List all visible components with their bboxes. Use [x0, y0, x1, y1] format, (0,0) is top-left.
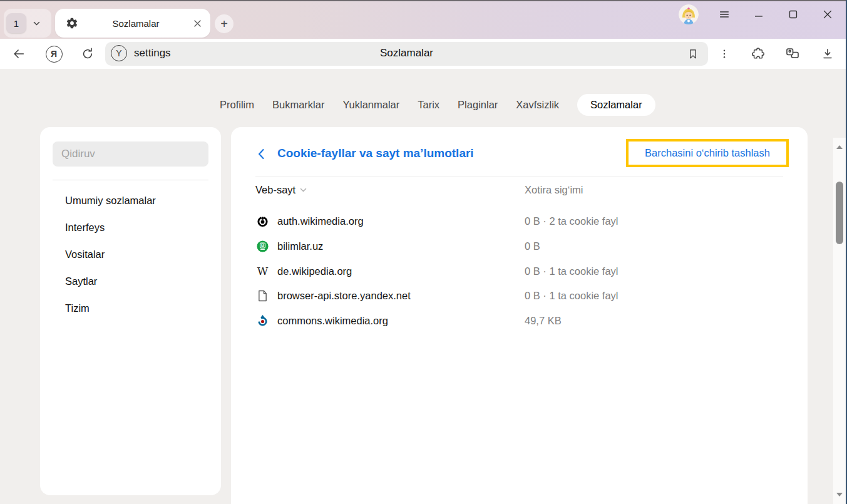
window-maximize-icon[interactable]	[784, 6, 802, 23]
nav-tab[interactable]: Yuklanmalar	[342, 99, 399, 111]
site-name: commons.wikimedia.org	[277, 315, 388, 327]
site-storage: 0 B · 2 ta cookie fayl	[525, 215, 619, 227]
highlight-annotation-box: Barchasini oʻchirib tashlash	[626, 139, 789, 167]
cookies-panel: Cookie-fayllar va sayt ma’lumotlari Barc…	[231, 127, 808, 504]
site-row[interactable]: W de.wikipedia.org 0 B · 1 ta cookie fay…	[231, 259, 808, 284]
sidebar-item[interactable]: Saytlar	[40, 268, 221, 295]
window-top-edge	[0, 0, 847, 1]
yandex-logo-icon[interactable]: Я	[41, 39, 66, 69]
site-storage: 0 B	[525, 240, 540, 252]
browser-menu-icon[interactable]	[716, 6, 733, 23]
gear-icon	[66, 17, 78, 29]
tab-counter-button[interactable]: 1	[4, 9, 51, 38]
delete-all-button[interactable]: Barchasini oʻchirib tashlash	[645, 147, 770, 159]
omnibox-page-title: Sozlamalar	[105, 47, 708, 59]
sidebar-item[interactable]: Umumiy sozlamalar	[40, 187, 221, 214]
settings-tab[interactable]: Sozlamalar	[55, 9, 210, 38]
new-tab-button[interactable]: +	[215, 14, 234, 33]
extensions-puzzle-icon[interactable]	[746, 39, 771, 69]
more-menu-icon[interactable]	[712, 39, 737, 69]
sort-chevron-icon	[300, 188, 307, 193]
site-row[interactable]: browser-api.store.yandex.net 0 B · 1 ta …	[231, 284, 808, 309]
site-name: de.wikipedia.org	[277, 265, 352, 277]
page-title: Cookie-fayllar va sayt ma’lumotlari	[277, 147, 474, 160]
site-row[interactable]: auth.wikimedia.org 0 B · 2 ta cookie fay…	[231, 209, 808, 234]
nav-tab[interactable]: Plaginlar	[458, 99, 498, 111]
user-avatar[interactable]	[679, 4, 699, 24]
sidebar-item[interactable]: Vositalar	[40, 241, 221, 268]
nav-tab[interactable]: Profilim	[220, 99, 254, 111]
site-storage: 0 B · 1 ta cookie fayl	[525, 290, 619, 302]
reload-icon[interactable]	[75, 39, 100, 69]
tab-title: Sozlamalar	[78, 18, 193, 29]
settings-sidebar: Umumiy sozlamalar Interfeys Vositalar Sa…	[40, 127, 221, 495]
sidebar-divider	[53, 180, 208, 180]
site-row[interactable]: B bilimlar.uz 0 B	[231, 234, 808, 259]
window-minimize-icon[interactable]	[750, 6, 767, 23]
site-name: browser-api.store.yandex.net	[277, 290, 411, 302]
site-row[interactable]: commons.wikimedia.org 49,7 KB	[231, 309, 808, 334]
table-divider	[255, 177, 783, 177]
column-site-label: Veb-sayt	[255, 184, 295, 196]
settings-nav: Profilim Bukmarklar Yuklanmalar Tarix Pl…	[220, 93, 655, 116]
nav-tab[interactable]: Xavfsizlik	[516, 99, 559, 111]
svg-text:B: B	[261, 243, 264, 247]
wikimedia-logo-icon	[257, 215, 269, 227]
tab-count-badge[interactable]: 1	[6, 13, 26, 33]
site-rows: auth.wikimedia.org 0 B · 2 ta cookie fay…	[231, 209, 808, 333]
wikipedia-w-icon: W	[257, 265, 269, 277]
chevron-down-icon[interactable]	[33, 19, 41, 28]
nav-tab[interactable]: Bukmarklar	[272, 99, 324, 111]
tab-strip: 1 Sozlamalar +	[0, 0, 847, 39]
generic-page-icon	[257, 290, 269, 302]
scrollbar-up-icon[interactable]	[833, 139, 846, 155]
nav-tab[interactable]: Sozlamalar	[577, 94, 655, 116]
address-bar[interactable]: Y settings Sozlamalar	[105, 42, 708, 66]
settings-page: Profilim Bukmarklar Yuklanmalar Tarix Pl…	[0, 69, 847, 504]
bilimlar-favicon-icon: B	[257, 240, 269, 252]
site-storage: 49,7 KB	[525, 315, 562, 327]
commons-logo-icon	[257, 315, 269, 327]
table-header: Veb-sayt Xotira sigʻimi	[231, 184, 808, 199]
site-name: auth.wikimedia.org	[277, 215, 364, 227]
site-storage: 0 B · 1 ta cookie fayl	[525, 265, 619, 277]
browser-toolbar: Я Y settings Sozlamalar	[0, 39, 847, 69]
nav-tab[interactable]: Tarix	[418, 99, 439, 111]
sidebar-item[interactable]: Tizim	[40, 295, 221, 322]
tab-close-icon[interactable]	[193, 19, 202, 28]
page-scrollbar[interactable]	[833, 138, 846, 504]
back-icon[interactable]	[6, 39, 31, 69]
back-chevron-icon[interactable]	[255, 146, 267, 162]
scrollbar-thumb[interactable]	[836, 182, 843, 244]
column-storage-label: Xotira sigʻimi	[525, 184, 583, 196]
window-close-icon[interactable]	[819, 6, 836, 23]
bookmark-icon[interactable]	[683, 44, 703, 63]
sidebar-item[interactable]: Interfeys	[40, 214, 221, 241]
column-site-sort[interactable]: Veb-sayt	[255, 184, 307, 196]
downloads-icon[interactable]	[815, 39, 840, 69]
passwords-key-icon[interactable]	[780, 39, 805, 69]
search-input[interactable]	[53, 141, 208, 167]
sidebar-items: Umumiy sozlamalar Interfeys Vositalar Sa…	[40, 187, 221, 322]
scrollbar-down-icon[interactable]	[833, 486, 846, 503]
site-name: bilimlar.uz	[277, 240, 323, 252]
